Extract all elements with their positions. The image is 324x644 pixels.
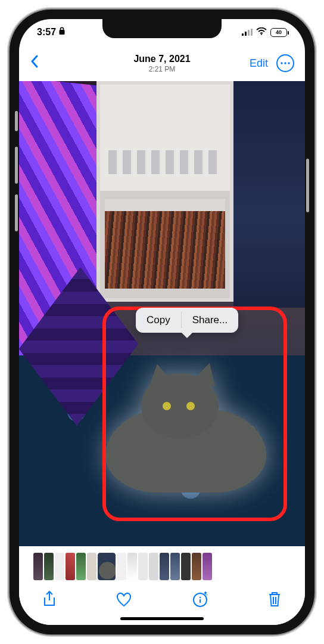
- svg-point-1: [261, 33, 262, 35]
- photo-bg: [233, 81, 305, 308]
- share-icon[interactable]: [42, 590, 57, 611]
- wifi-icon: [256, 27, 267, 38]
- thumbnail[interactable]: [202, 553, 212, 580]
- favorite-icon[interactable]: [115, 591, 133, 610]
- thumbnail[interactable]: [33, 553, 43, 580]
- photo-viewport[interactable]: Copy Share...: [19, 81, 305, 546]
- trash-icon[interactable]: [267, 590, 282, 611]
- thumbnail[interactable]: [160, 553, 169, 580]
- photo-filmstrip[interactable]: [19, 549, 305, 584]
- edit-button[interactable]: Edit: [250, 57, 268, 70]
- photo-bg: [96, 81, 233, 302]
- cellular-signal-icon: [242, 29, 253, 36]
- svg-point-6: [199, 597, 200, 598]
- back-button[interactable]: [30, 54, 39, 73]
- status-time: 3:57: [37, 27, 56, 38]
- device-notch: [102, 19, 222, 38]
- thumbnail[interactable]: [44, 553, 54, 580]
- thumbnail[interactable]: [117, 553, 126, 580]
- svg-point-2: [281, 62, 282, 64]
- thumbnail[interactable]: [55, 553, 64, 580]
- thumbnail[interactable]: [192, 553, 201, 580]
- svg-point-4: [288, 62, 289, 64]
- annotation-highlight-box: [102, 306, 287, 521]
- share-button[interactable]: Share...: [182, 314, 239, 326]
- more-button[interactable]: [276, 54, 294, 72]
- thumbnail[interactable]: [66, 553, 75, 580]
- thumbnail-current[interactable]: [98, 553, 116, 580]
- thumbnail[interactable]: [181, 553, 191, 580]
- info-icon[interactable]: [191, 590, 209, 611]
- svg-point-3: [284, 62, 286, 64]
- thumbnail[interactable]: [127, 553, 137, 580]
- thumbnail[interactable]: [149, 553, 158, 580]
- thumbnail[interactable]: [76, 553, 86, 580]
- thumbnail[interactable]: [87, 553, 96, 580]
- thumbnail[interactable]: [170, 553, 180, 580]
- orientation-lock-icon: [58, 27, 66, 38]
- battery-indicator: 40: [270, 28, 287, 37]
- nav-bar: June 7, 2021 2:21 PM Edit: [19, 45, 305, 81]
- svg-rect-0: [60, 30, 65, 35]
- home-indicator[interactable]: [120, 617, 204, 620]
- copy-button[interactable]: Copy: [136, 314, 181, 326]
- thumbnail[interactable]: [138, 553, 148, 580]
- context-menu: Copy Share...: [136, 308, 238, 333]
